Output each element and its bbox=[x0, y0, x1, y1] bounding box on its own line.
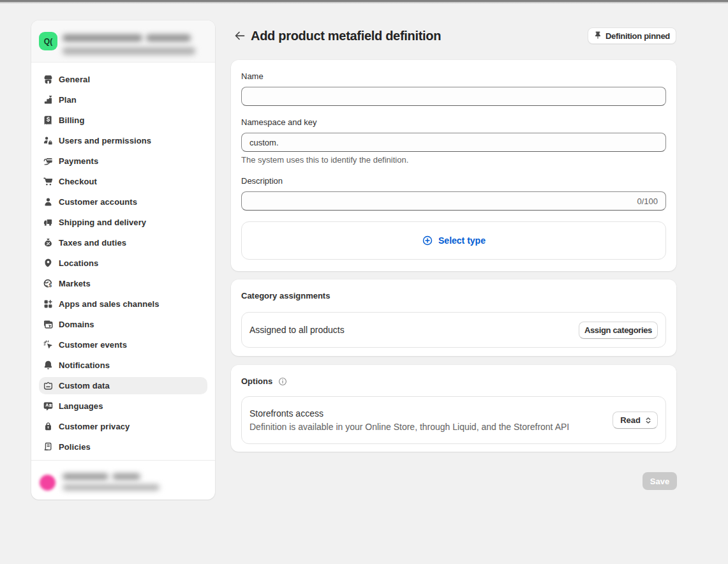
svg-text:$: $ bbox=[49, 283, 52, 288]
